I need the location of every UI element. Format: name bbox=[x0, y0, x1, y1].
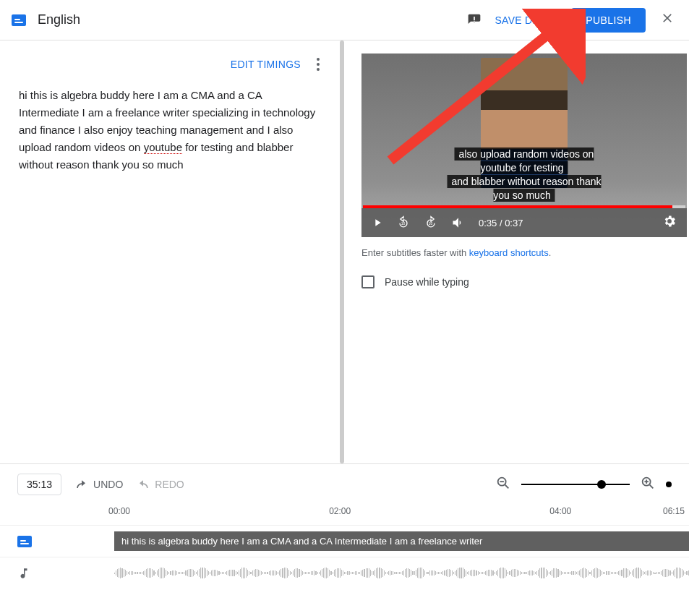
hint-prefix: Enter subtitles faster with bbox=[361, 247, 469, 258]
zoom-control bbox=[495, 475, 672, 494]
video-time: 0:35 / 0:37 bbox=[479, 218, 523, 228]
volume-icon[interactable] bbox=[451, 215, 466, 230]
captions-icon bbox=[12, 14, 26, 26]
hint-suffix: . bbox=[549, 247, 552, 258]
timeline-rows: hi this is algebra buddy here I am a CMA… bbox=[0, 525, 689, 589]
timeline-ruler[interactable]: 00:00 02:00 04:00 06:15 bbox=[108, 505, 689, 525]
forward-10-icon[interactable]: 10 bbox=[424, 215, 438, 230]
timecode-input[interactable]: 35:13 bbox=[17, 474, 61, 495]
tick-0: 00:00 bbox=[108, 506, 130, 516]
caption-line-2: and blabber without reason thank you so … bbox=[447, 175, 601, 202]
video-player[interactable]: also upload random videos on youtube for… bbox=[361, 54, 687, 237]
caption-track-row: hi this is algebra buddy here I am a CMA… bbox=[0, 525, 689, 557]
timeline-end-dot bbox=[666, 482, 672, 487]
pause-label: Pause while typing bbox=[385, 276, 469, 288]
audio-track-row bbox=[0, 557, 689, 589]
svg-line-6 bbox=[650, 485, 654, 489]
video-controls: 10 10 0:35 / 0:37 bbox=[361, 208, 687, 237]
timeline: 35:13 UNDO REDO 00:00 02:00 04:00 06:15 … bbox=[0, 463, 689, 589]
pause-while-typing-row: Pause while typing bbox=[361, 275, 689, 288]
caption-track-body[interactable]: hi this is algebra buddy here I am a CMA… bbox=[108, 526, 689, 557]
main: EDIT TIMINGS hi this is algebra buddy he… bbox=[0, 40, 689, 463]
keyboard-shortcuts-link[interactable]: keyboard shortcuts bbox=[469, 247, 549, 258]
keyboard-hint: Enter subtitles faster with keyboard sho… bbox=[361, 247, 689, 258]
play-icon[interactable] bbox=[372, 217, 383, 228]
caption-overlay: also upload random videos on youtube for… bbox=[443, 147, 606, 202]
transcript-toolbar: EDIT TIMINGS bbox=[0, 40, 340, 82]
svg-line-3 bbox=[505, 485, 509, 489]
rewind-10-icon[interactable]: 10 bbox=[396, 215, 411, 230]
transcript-textarea[interactable]: hi this is algebra buddy here I am a CMA… bbox=[0, 82, 340, 463]
language-title: English bbox=[38, 12, 80, 27]
pause-checkbox[interactable] bbox=[361, 275, 375, 288]
edit-timings-button[interactable]: EDIT TIMINGS bbox=[231, 59, 301, 70]
undo-label: UNDO bbox=[93, 479, 123, 490]
zoom-knob[interactable] bbox=[597, 480, 606, 489]
caption-track-icon bbox=[0, 536, 108, 547]
caption-line-1: also upload random videos on youtube for… bbox=[455, 147, 594, 174]
save-draft-button[interactable]: SAVE DRAFT bbox=[495, 14, 560, 26]
feedback-icon[interactable] bbox=[466, 12, 483, 29]
redo-button[interactable]: REDO bbox=[136, 477, 184, 492]
tick-2: 02:00 bbox=[329, 506, 351, 516]
caption-clip[interactable]: hi this is algebra buddy here I am a CMA… bbox=[114, 531, 689, 551]
redo-label: REDO bbox=[155, 479, 184, 490]
waveform bbox=[114, 568, 689, 578]
preview-panel: also upload random videos on youtube for… bbox=[343, 40, 689, 463]
more-options-icon[interactable] bbox=[314, 55, 322, 74]
panel-splitter[interactable] bbox=[340, 40, 343, 463]
audio-track-icon bbox=[0, 567, 108, 580]
zoom-in-icon[interactable] bbox=[640, 475, 656, 494]
transcript-misspelled: youtube bbox=[144, 141, 182, 154]
svg-text:10: 10 bbox=[401, 221, 406, 226]
zoom-slider[interactable] bbox=[521, 484, 630, 485]
tick-6: 06:15 bbox=[663, 506, 685, 516]
transcript-panel: EDIT TIMINGS hi this is algebra buddy he… bbox=[0, 40, 340, 463]
settings-icon[interactable] bbox=[662, 214, 677, 231]
header: English SAVE DRAFT PUBLISH bbox=[0, 0, 689, 40]
audio-track-body[interactable] bbox=[108, 557, 689, 589]
publish-button[interactable]: PUBLISH bbox=[571, 8, 646, 33]
svg-text:10: 10 bbox=[429, 221, 433, 226]
close-icon[interactable] bbox=[657, 8, 677, 32]
tick-4: 04:00 bbox=[549, 506, 571, 516]
zoom-out-icon[interactable] bbox=[495, 475, 511, 494]
timeline-toolbar: 35:13 UNDO REDO bbox=[0, 464, 689, 505]
undo-button[interactable]: UNDO bbox=[74, 477, 123, 492]
